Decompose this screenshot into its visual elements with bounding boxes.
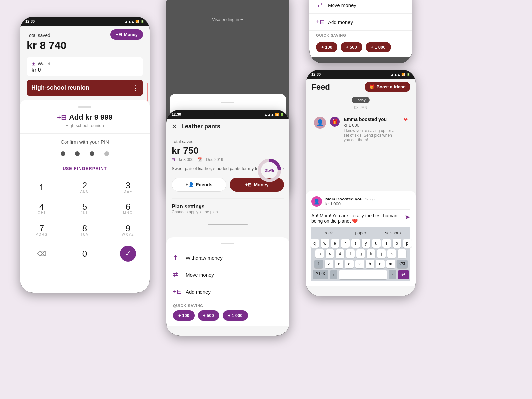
suggestion-rock[interactable]: rock: [313, 229, 345, 237]
boost-icon-5: 🎁: [369, 84, 375, 89]
add-money-item[interactable]: +⊟ Add money: [309, 14, 412, 31]
use-fingerprint-button[interactable]: USE FINGERPRINT: [20, 166, 150, 171]
status-bar-4: 12:30 ▲▲▲ 📶 🔋: [166, 110, 289, 119]
divider-1: [20, 133, 150, 134]
quick-500-4[interactable]: + 500: [198, 310, 219, 321]
key-5[interactable]: 5 JKL: [63, 198, 106, 219]
key-r[interactable]: r: [341, 239, 350, 248]
key-7[interactable]: 7 PQRS: [20, 219, 63, 241]
withdraw-icon: ⬆: [173, 254, 181, 261]
add-modal-icon: +⊟: [57, 113, 66, 121]
key-confirm[interactable]: ✓: [106, 241, 150, 266]
emma-amount: kr 1 000: [344, 123, 399, 128]
emma-feed-content: Emma boosted you kr 1 000 I know you're …: [344, 117, 399, 142]
time-1: 12:30: [25, 19, 35, 23]
amount-4: kr 750: [172, 145, 284, 156]
underline-3: [90, 159, 100, 159]
keyboard: rock paper scissors q w e r t y u i o p: [311, 227, 410, 281]
close-icon[interactable]: ✕: [172, 122, 177, 130]
feed-title: Feed: [311, 82, 330, 92]
key-g[interactable]: g: [356, 249, 365, 258]
key-period[interactable]: .: [389, 270, 396, 279]
key-0[interactable]: 0: [63, 241, 106, 266]
key-8[interactable]: 8 TUV: [63, 219, 106, 241]
key-e[interactable]: e: [331, 239, 339, 248]
total-label-4: Total saved: [172, 139, 284, 144]
add-money-item-4[interactable]: +⊟ Add money: [173, 283, 283, 300]
key-p[interactable]: p: [403, 239, 412, 248]
confirm-check: ✓: [120, 246, 136, 262]
key-b[interactable]: b: [366, 260, 374, 268]
move-money-item-4[interactable]: ⇄ Move money: [173, 266, 283, 283]
modal-handle-2: [221, 102, 234, 103]
quick-100-4[interactable]: + 100: [173, 310, 195, 321]
pin-modal: +⊟ Add kr 9 999 High-school reunion Conf…: [20, 100, 150, 293]
key-9[interactable]: 9 WXYZ: [106, 219, 150, 241]
key-f[interactable]: f: [346, 249, 355, 258]
pin-dots: [20, 151, 150, 156]
signal-4: ▲▲▲ 📶 🔋: [264, 113, 284, 116]
key-l[interactable]: l: [398, 249, 406, 258]
quick-100[interactable]: + 100: [316, 42, 337, 52]
key-z[interactable]: z: [325, 260, 333, 268]
key-o[interactable]: o: [393, 239, 401, 248]
boost-friend-button[interactable]: 🎁 Boost a friend: [365, 82, 410, 92]
key-x[interactable]: x: [335, 260, 343, 268]
card-more-icon[interactable]: ⋮: [132, 84, 138, 92]
key-backspace[interactable]: ⌫: [397, 260, 408, 268]
card-text: Visa ending in ••: [212, 17, 243, 22]
move-icon: ⇄: [316, 1, 324, 9]
key-comma[interactable]: ,: [330, 270, 337, 279]
key-shift[interactable]: ⇧: [314, 260, 323, 268]
suggestion-scissors[interactable]: scissors: [377, 229, 409, 237]
quick-1000[interactable]: + 1 000: [366, 42, 391, 52]
key-s[interactable]: s: [326, 249, 334, 258]
chat-input[interactable]: Ah! Mom! You are literally the best huma…: [311, 213, 402, 224]
feed-header: Feed 🎁 Boost a friend: [306, 79, 416, 95]
key-n[interactable]: n: [376, 260, 385, 268]
key-a[interactable]: a: [315, 249, 324, 258]
key-space[interactable]: [339, 270, 387, 279]
underline-1: [50, 159, 60, 159]
key-i[interactable]: i: [382, 239, 391, 248]
key-t[interactable]: t: [351, 239, 360, 248]
key-3[interactable]: 3 DEF: [106, 176, 150, 198]
key-k[interactable]: k: [387, 249, 396, 258]
key-j[interactable]: j: [377, 249, 386, 258]
key-6[interactable]: 6 MNO: [106, 198, 150, 219]
chevron-right-icon[interactable]: ›: [283, 166, 284, 171]
withdraw-money-item[interactable]: ⬆ Withdraw money: [173, 249, 283, 266]
quick-1000-4[interactable]: + 1 000: [223, 310, 248, 321]
keyboard-row-4: ?123 , . ↵: [313, 270, 409, 279]
key-v[interactable]: v: [355, 260, 364, 268]
key-delete[interactable]: ⌫: [20, 241, 63, 266]
wallet-more-icon[interactable]: ⋮: [132, 63, 138, 70]
chat-box: 👤 Mom Boosted you 2d ago kr 1 000 Ah! Mo…: [306, 191, 416, 286]
key-h[interactable]: h: [367, 249, 375, 258]
key-q[interactable]: q: [310, 239, 319, 248]
key-u[interactable]: u: [372, 239, 381, 248]
key-d[interactable]: d: [336, 249, 344, 258]
heart-icon: ❤: [403, 117, 408, 123]
move-money-item[interactable]: ⇄ Move money: [309, 0, 412, 14]
scrollbar[interactable]: [147, 83, 148, 103]
dot-2: [75, 151, 80, 156]
home-indicator-4: [208, 224, 248, 225]
key-1[interactable]: 1: [20, 176, 63, 198]
wallet-label: Wallet: [38, 61, 50, 66]
add-money-button[interactable]: +⊟ Money: [110, 29, 143, 40]
key-w[interactable]: w: [321, 239, 329, 248]
key-4[interactable]: 4 GHI: [20, 198, 63, 219]
key-c[interactable]: c: [345, 260, 354, 268]
send-icon[interactable]: ➤: [405, 213, 410, 221]
suggestion-paper[interactable]: paper: [345, 229, 377, 237]
quick-500[interactable]: + 500: [341, 42, 362, 52]
friends-button-4[interactable]: +👤 Friends: [172, 178, 226, 192]
key-m[interactable]: m: [386, 260, 395, 268]
leather-pants-content: Total saved kr 750 ⊟ kr 3 000 📅 Dec 2019…: [166, 134, 289, 220]
key-y[interactable]: y: [362, 239, 370, 248]
key-num[interactable]: ?123: [313, 270, 328, 279]
key-2[interactable]: 2 ABC: [63, 176, 106, 198]
underline-2: [70, 159, 80, 159]
key-return[interactable]: ↵: [398, 270, 409, 279]
